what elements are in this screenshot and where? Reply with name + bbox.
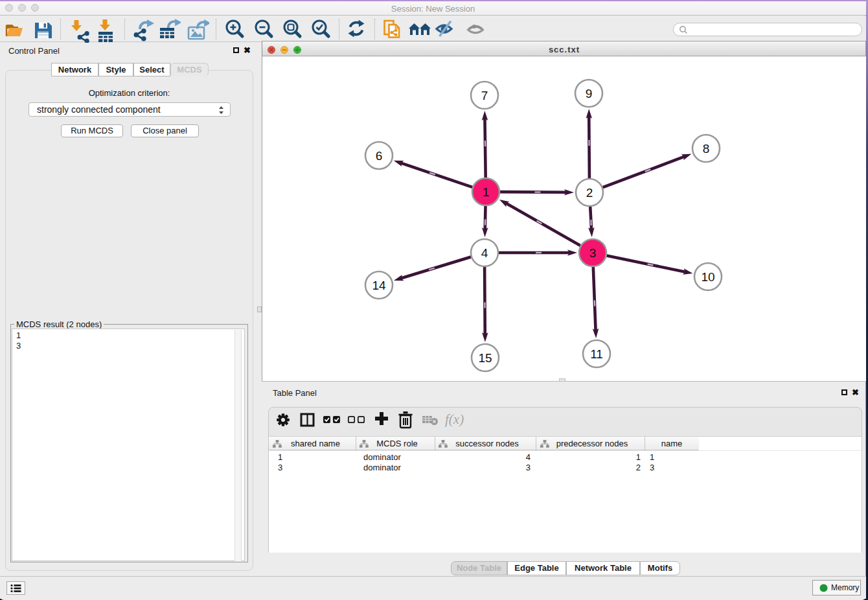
svg-text:11: 11 bbox=[590, 347, 603, 361]
svg-text:14: 14 bbox=[372, 279, 386, 292]
svg-text:8: 8 bbox=[703, 142, 710, 156]
svg-text:9: 9 bbox=[586, 87, 593, 100]
svg-text:6: 6 bbox=[376, 149, 383, 163]
svg-text:4: 4 bbox=[481, 246, 488, 260]
svg-text:3: 3 bbox=[589, 246, 597, 260]
svg-text:2: 2 bbox=[586, 186, 593, 200]
svg-text:15: 15 bbox=[478, 351, 492, 365]
svg-text:1: 1 bbox=[483, 185, 490, 199]
svg-text:7: 7 bbox=[481, 89, 488, 102]
svg-text:10: 10 bbox=[701, 270, 714, 284]
